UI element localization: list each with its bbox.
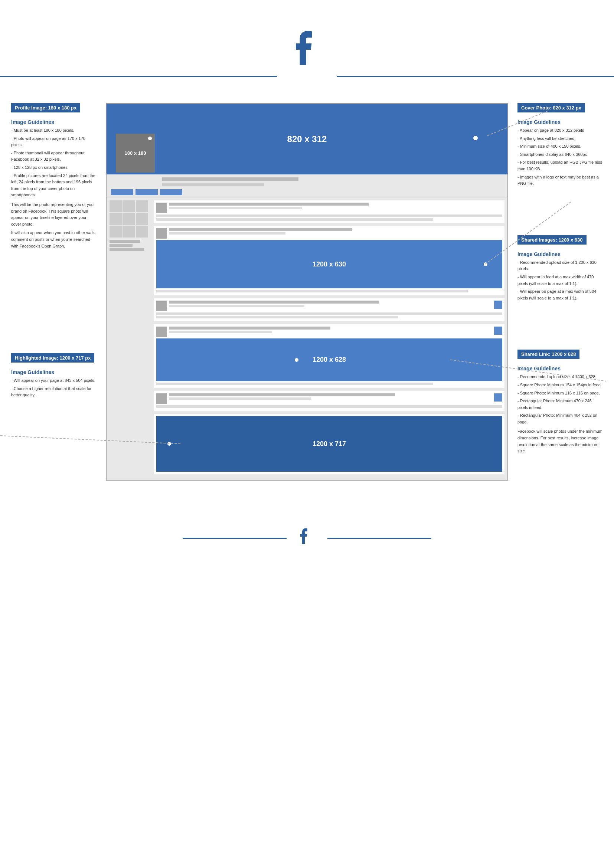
facebook-logo-header: [281, 22, 333, 74]
sl-dot: [295, 358, 298, 362]
post-3-meta: [169, 394, 492, 404]
post-1-header: [156, 203, 502, 213]
post-2-name: [169, 301, 379, 304]
post-3-name: [169, 394, 395, 396]
sl-avatar: [156, 327, 167, 337]
si1-time: [169, 232, 285, 234]
left-bar2: [110, 244, 133, 247]
svg-line-4: [0, 427, 180, 444]
shared-link-img: 1200 x 628: [156, 338, 502, 381]
shared-link-section: Shared Link: 1200 x 628 Image Guidelines…: [518, 350, 603, 454]
cover-dot: [473, 136, 478, 140]
post-2: [154, 298, 504, 321]
photo-cell: [110, 213, 122, 225]
post-1: [154, 200, 504, 223]
photo-grid: [110, 200, 148, 237]
shared-images-guidelines-title: Image Guidelines: [518, 251, 603, 257]
shared-images-badge: Shared Images: 1200 x 630: [518, 235, 586, 245]
highlighted-img-post: 1200 x 717: [154, 414, 504, 474]
post-2-text1: [156, 313, 502, 315]
post-2-btn: [494, 301, 502, 309]
post-1-text-2: [156, 218, 433, 221]
footer-line-row: [183, 525, 431, 551]
highlighted-section: Highlighted Image: 1200 x 717 px Image G…: [11, 353, 96, 398]
left-bar3: [110, 248, 144, 251]
post-1-text-1: [156, 214, 502, 217]
post-2-text2: [156, 316, 398, 318]
sl-time: [169, 331, 272, 333]
photo-cell: [122, 213, 135, 225]
si1-header: [156, 228, 502, 239]
left-panel: Profile Image: 180 x 180 px Image Guidel…: [11, 103, 96, 400]
highlighted-img-block: 1200 x 717: [156, 416, 502, 472]
si1-caption: [156, 290, 468, 293]
sl-caption: [156, 383, 433, 385]
post-1-meta: [169, 203, 502, 213]
photo-cell: [122, 200, 135, 212]
highlighted-badge: Highlighted Image: 1200 x 717 px: [11, 353, 94, 363]
shared-link-guidelines-title: Image Guidelines: [518, 366, 603, 372]
profile-guidelines-title: Image Guidelines: [11, 119, 96, 125]
profile-dot: [148, 136, 152, 140]
shared-image-1-img: 1200 x 630: [156, 240, 502, 288]
footer-line-right: [327, 538, 431, 539]
shared-images-section: Shared Images: 1200 x 630 Image Guidelin…: [518, 235, 603, 302]
highlighted-size-label: 1200 x 717: [313, 440, 346, 448]
profile-img-box: 180 x 180: [116, 133, 155, 172]
highlighted-dot: [167, 442, 171, 446]
cover-size-label: 820 x 312: [287, 134, 327, 144]
post-3-text1: [156, 405, 502, 408]
page-action-bar: [107, 188, 507, 197]
page-name-bar: [162, 177, 298, 181]
action-btn-2: [135, 189, 158, 195]
post-1-time: [169, 207, 302, 209]
cover-photo-area: 820 x 312 180 x 180: [107, 104, 507, 174]
post-3: [154, 391, 504, 411]
si1-name: [169, 228, 352, 231]
right-panel: Cover Photo: 820 x 312 px Image Guidelin…: [518, 103, 603, 456]
sl-name: [169, 327, 330, 330]
header-divider: [0, 76, 614, 77]
left-bar1: [110, 240, 140, 243]
action-btn-3: [160, 189, 182, 195]
page-sub-bar: [162, 183, 264, 186]
two-col-layout: 1200 x 630: [107, 197, 507, 480]
sl-meta: [169, 327, 492, 337]
sl-header: [156, 327, 502, 337]
footer: [0, 510, 614, 558]
left-col: [107, 197, 151, 480]
highlighted-guidelines-title: Image Guidelines: [11, 369, 96, 375]
photo-cell: [136, 213, 148, 225]
shared-link-badge: Shared Link: 1200 x 628: [518, 350, 580, 359]
post-3-header: [156, 394, 502, 404]
post-2-time: [169, 305, 304, 307]
page-name-area: [107, 174, 507, 188]
cover-section: Cover Photo: 820 x 312 px Image Guidelin…: [518, 103, 603, 187]
post-2-header: [156, 301, 502, 311]
shared-link-post: 1200 x 628: [154, 324, 504, 388]
photo-cell: [122, 226, 135, 237]
photo-cell: [136, 200, 148, 212]
main-layout: Profile Image: 180 x 180 px Image Guidel…: [0, 103, 614, 480]
cover-badge: Cover Photo: 820 x 312 px: [518, 103, 585, 112]
photo-cell: [110, 200, 122, 212]
shared-image-1-post: 1200 x 630: [154, 226, 504, 295]
photo-cell: [110, 226, 122, 237]
photo-cell: [136, 226, 148, 237]
right-col-feed: 1200 x 630: [151, 197, 507, 480]
footer-line-left: [183, 538, 287, 539]
profile-size-label: 180 x 180: [125, 150, 146, 156]
mockup-page: 820 x 312 180 x 180: [106, 103, 508, 480]
sl-size-label: 1200 x 628: [313, 356, 346, 364]
post-3-time: [169, 397, 311, 400]
mockup-wrapper: 820 x 312 180 x 180: [106, 103, 508, 480]
action-btn-1: [111, 189, 133, 195]
si1-size-label: 1200 x 630: [313, 260, 346, 268]
post-2-avatar: [156, 301, 167, 311]
cover-guidelines-title: Image Guidelines: [518, 119, 603, 125]
post-3-avatar: [156, 394, 167, 404]
si1-avatar: [156, 228, 167, 239]
si1-dot: [484, 262, 487, 266]
post-3-btn: [494, 394, 502, 401]
sl-btn: [494, 327, 502, 335]
